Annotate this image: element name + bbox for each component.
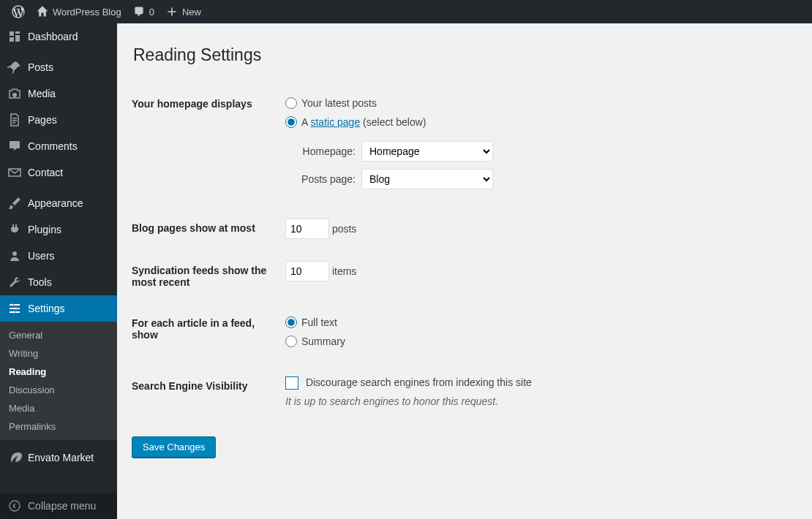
homepage-displays-label: Your homepage displays <box>132 83 278 208</box>
submenu-discussion[interactable]: Discussion <box>0 381 117 399</box>
plug-icon <box>7 222 22 237</box>
sidebar-item-label: Posts <box>28 61 53 73</box>
comments-link[interactable]: 0 <box>127 6 160 18</box>
sidebar-item-label: Envato Market <box>28 452 94 463</box>
seo-checkbox-label: Discourage search engines from indexing … <box>306 376 532 388</box>
homepage-static-radio[interactable] <box>285 116 297 128</box>
sidebar-item-plugins[interactable]: Plugins <box>0 216 117 243</box>
wordpress-icon <box>12 5 25 18</box>
plus-icon <box>166 6 178 18</box>
submenu-permalinks[interactable]: Permalinks <box>0 417 117 436</box>
submenu-general[interactable]: General <box>0 326 117 344</box>
main-content: Reading Settings Your homepage displays … <box>117 23 812 519</box>
svg-point-3 <box>15 308 18 310</box>
svg-point-2 <box>12 304 14 306</box>
sidebar-item-comments[interactable]: Comments <box>0 133 117 159</box>
settings-submenu: General Writing Reading Discussion Media… <box>0 322 117 440</box>
blog-pages-label: Blog pages show at most <box>132 208 278 250</box>
svg-point-5 <box>10 501 20 511</box>
wrench-icon <box>7 275 22 289</box>
sidebar-item-media[interactable]: Media <box>0 80 117 107</box>
new-label: New <box>182 7 201 18</box>
svg-point-0 <box>12 93 17 97</box>
sliders-icon <box>7 301 22 316</box>
mail-icon <box>7 165 22 180</box>
syndication-label: Syndication feeds show the most recent <box>132 250 278 303</box>
comment-icon <box>133 6 145 18</box>
sidebar-item-label: Plugins <box>28 224 61 235</box>
page-icon <box>7 113 22 127</box>
site-name: WordPress Blog <box>53 7 121 18</box>
collapse-menu-button[interactable]: Collapse menu <box>0 493 117 519</box>
posts-page-select[interactable]: Blog <box>361 169 493 189</box>
sidebar-item-label: Media <box>28 88 56 99</box>
homepage-static-label: A static page (select below) <box>301 116 426 128</box>
feed-summary-label: Summary <box>301 336 345 347</box>
dashboard-icon <box>7 29 22 44</box>
save-changes-button[interactable]: Save Changes <box>132 436 216 458</box>
comments-count: 0 <box>149 7 154 18</box>
new-content-link[interactable]: New <box>160 6 207 18</box>
brush-icon <box>7 196 22 211</box>
homepage-select[interactable]: Homepage <box>361 141 493 162</box>
feed-article-label: For each article in a feed, show <box>132 303 278 365</box>
sidebar-item-appearance[interactable]: Appearance <box>0 190 117 216</box>
seo-checkbox-wrap: Discourage search engines from indexing … <box>285 376 532 388</box>
sidebar-item-label: Contact <box>28 167 63 178</box>
comment-icon <box>7 139 22 154</box>
sidebar-item-settings[interactable]: Settings <box>0 295 117 322</box>
submenu-reading[interactable]: Reading <box>0 363 117 381</box>
home-icon <box>37 6 48 18</box>
homepage-select-label: Homepage: <box>285 145 356 157</box>
leaf-icon <box>7 450 22 465</box>
posts-page-select-label: Posts page: <box>285 173 356 185</box>
sidebar-item-label: Settings <box>28 303 65 314</box>
sidebar-item-pages[interactable]: Pages <box>0 107 117 133</box>
sidebar-item-label: Users <box>28 250 55 262</box>
sidebar-item-posts[interactable]: Posts <box>0 54 117 80</box>
submenu-writing[interactable]: Writing <box>0 344 117 363</box>
feed-summary-radio[interactable] <box>285 336 297 347</box>
seo-description: It is up to search engines to honor this… <box>285 395 790 407</box>
seo-checkbox[interactable] <box>285 376 298 390</box>
settings-form: Your homepage displays Your latest posts… <box>132 83 797 418</box>
static-page-link[interactable]: static page <box>310 116 360 128</box>
sidebar-item-label: Pages <box>28 114 57 126</box>
homepage-latest-radio[interactable] <box>285 97 297 109</box>
admin-toolbar: WordPress Blog 0 New <box>0 0 812 23</box>
sidebar-item-contact[interactable]: Contact <box>0 159 117 186</box>
blog-pages-input[interactable] <box>285 219 329 239</box>
syndication-input[interactable] <box>285 261 329 281</box>
seo-visibility-label: Search Engine Visibility <box>132 365 278 418</box>
blog-pages-unit: posts <box>332 223 356 235</box>
wp-logo[interactable] <box>6 5 31 18</box>
syndication-unit: items <box>332 265 356 277</box>
sidebar-item-label: Dashboard <box>28 31 78 42</box>
site-name-link[interactable]: WordPress Blog <box>31 6 127 18</box>
feed-full-label: Full text <box>301 317 337 328</box>
pin-icon <box>7 60 22 75</box>
sidebar-item-users[interactable]: Users <box>0 243 117 269</box>
feed-full-radio[interactable] <box>285 317 297 328</box>
sidebar-item-tools[interactable]: Tools <box>0 269 117 295</box>
admin-sidebar: Dashboard Posts Media Pages Comments Con… <box>0 23 117 519</box>
submenu-media[interactable]: Media <box>0 399 117 417</box>
sidebar-item-label: Appearance <box>28 197 83 209</box>
sidebar-item-label: Comments <box>28 140 78 152</box>
homepage-latest-label: Your latest posts <box>301 97 377 109</box>
collapse-label: Collapse menu <box>28 500 96 512</box>
media-icon <box>7 86 22 101</box>
collapse-icon <box>7 499 22 513</box>
sidebar-item-envato[interactable]: Envato Market <box>0 444 117 471</box>
page-title: Reading Settings <box>133 45 797 65</box>
sidebar-item-dashboard[interactable]: Dashboard <box>0 23 117 50</box>
user-icon <box>7 249 22 263</box>
svg-point-1 <box>12 251 17 256</box>
sidebar-item-label: Tools <box>28 276 52 288</box>
svg-point-4 <box>13 311 15 314</box>
